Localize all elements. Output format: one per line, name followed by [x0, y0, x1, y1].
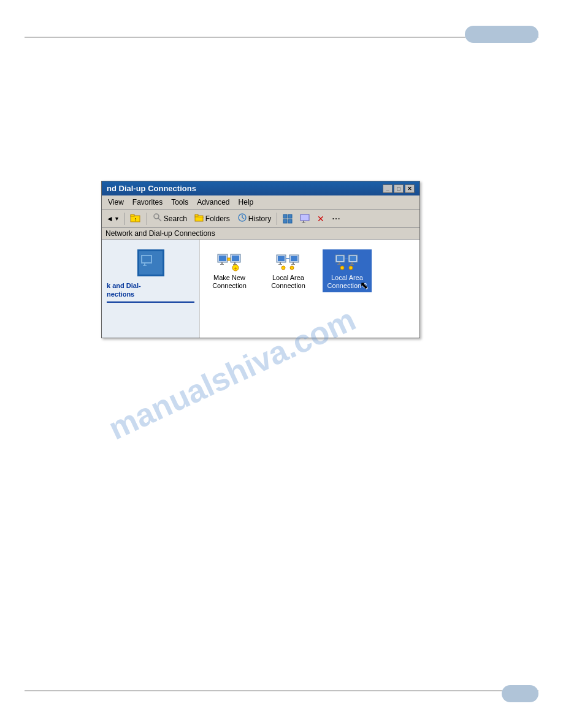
- left-panel-underline: [107, 301, 194, 303]
- back-button[interactable]: ◄ ▼: [104, 213, 121, 224]
- menu-help[interactable]: Help: [235, 197, 258, 208]
- search-icon: [153, 213, 163, 224]
- svg-rect-44: [337, 264, 341, 265]
- make-new-connection-icon: +: [217, 252, 242, 274]
- menu-bar: View Favorites Tools Advanced Help: [102, 195, 419, 210]
- make-new-connection-label: Make New Connection: [212, 274, 247, 290]
- left-panel-title-line1: k and Dial-: [107, 281, 194, 290]
- local-area-connection-2-item[interactable]: Local Area Connection 2 ⬉: [323, 249, 372, 292]
- network-icon-toolbar[interactable]: [297, 212, 313, 226]
- title-bar: nd Dial-up Connections _ □ ✕: [102, 181, 419, 195]
- delete-button[interactable]: ✕: [314, 212, 327, 226]
- svg-rect-20: [219, 256, 226, 261]
- svg-rect-46: [350, 256, 356, 261]
- svg-rect-16: [142, 256, 151, 263]
- svg-rect-37: [291, 264, 295, 265]
- history-button[interactable]: History: [234, 211, 274, 226]
- svg-point-39: [282, 266, 285, 270]
- svg-point-40: [290, 266, 294, 270]
- svg-point-50: [340, 266, 344, 270]
- svg-rect-14: [303, 221, 304, 222]
- svg-rect-47: [351, 262, 353, 264]
- address-label-text: Network and Dial-up Connections: [105, 229, 215, 238]
- folders-icon: [194, 213, 204, 224]
- top-horizontal-rule: [25, 37, 538, 37]
- svg-line-4: [158, 218, 161, 221]
- svg-rect-36: [293, 262, 294, 264]
- delete-icon: ✕: [317, 214, 324, 224]
- svg-rect-22: [220, 264, 224, 265]
- history-icon: [237, 213, 247, 224]
- svg-rect-42: [337, 256, 343, 261]
- icons-area: + Make New Connection: [200, 240, 419, 338]
- svg-rect-18: [143, 265, 147, 266]
- local-area-connection-2-icon: [335, 252, 359, 274]
- svg-rect-6: [195, 214, 198, 216]
- svg-rect-12: [288, 219, 292, 223]
- search-button[interactable]: Search: [150, 211, 190, 226]
- svg-text:↑: ↑: [134, 216, 137, 222]
- search-label: Search: [164, 214, 187, 223]
- svg-rect-35: [291, 256, 297, 261]
- history-label: History: [248, 214, 271, 223]
- bottom-page-badge: [502, 685, 538, 702]
- make-new-connection-item[interactable]: + Make New Connection: [205, 249, 254, 292]
- svg-point-51: [349, 266, 353, 270]
- svg-rect-9: [283, 214, 287, 218]
- bottom-horizontal-rule: [25, 691, 538, 691]
- separator-1: [124, 213, 124, 225]
- svg-rect-32: [280, 262, 281, 264]
- folders-label: Folders: [205, 214, 230, 223]
- svg-rect-26: [234, 262, 236, 264]
- separator-2: [147, 213, 147, 225]
- top-page-badge: [465, 26, 538, 43]
- close-button[interactable]: ✕: [405, 184, 415, 193]
- left-panel-title-line2: nections: [107, 290, 194, 298]
- svg-rect-13: [301, 214, 309, 221]
- folder-up-icon: ↑: [130, 213, 141, 224]
- content-area: k and Dial- nections: [102, 240, 419, 338]
- menu-tools[interactable]: Tools: [167, 197, 192, 208]
- window-title: nd Dial-up Connections: [107, 184, 196, 193]
- back-dropdown-icon: ▼: [114, 216, 120, 222]
- address-bar: Network and Dial-up Connections: [102, 228, 419, 240]
- mouse-cursor: ⬉: [360, 279, 368, 291]
- svg-rect-43: [339, 262, 340, 264]
- more-icon: ⋯: [332, 214, 340, 224]
- left-panel: k and Dial- nections: [102, 240, 200, 338]
- svg-rect-25: [232, 256, 239, 261]
- svg-rect-15: [302, 222, 305, 223]
- folder-up-button[interactable]: ↑: [127, 211, 144, 226]
- svg-point-3: [154, 214, 159, 219]
- svg-rect-31: [278, 256, 285, 261]
- svg-text:+: +: [234, 266, 237, 271]
- panel-network-icon: [137, 249, 164, 276]
- menu-view[interactable]: View: [104, 197, 128, 208]
- left-panel-title: k and Dial- nections: [107, 281, 194, 299]
- local-area-connection-1-item[interactable]: Local Area Connection: [264, 249, 313, 292]
- maximize-button[interactable]: □: [394, 184, 404, 193]
- svg-rect-10: [288, 214, 292, 218]
- back-icon: ◄: [106, 214, 113, 223]
- title-bar-controls: _ □ ✕: [383, 184, 415, 193]
- minimize-button[interactable]: _: [383, 184, 393, 193]
- local-area-connection-1-icon: [276, 252, 301, 274]
- folders-button[interactable]: Folders: [191, 211, 233, 226]
- svg-rect-21: [221, 262, 223, 264]
- separator-3: [277, 213, 277, 225]
- svg-rect-33: [278, 264, 282, 265]
- svg-rect-11: [283, 219, 287, 223]
- view-button[interactable]: [280, 212, 296, 226]
- svg-rect-48: [350, 264, 354, 265]
- explorer-window: nd Dial-up Connections _ □ ✕ View Favori…: [101, 181, 420, 338]
- menu-favorites[interactable]: Favorites: [129, 197, 166, 208]
- svg-rect-17: [144, 263, 145, 265]
- more-button[interactable]: ⋯: [329, 212, 343, 226]
- menu-advanced[interactable]: Advanced: [193, 197, 233, 208]
- toolbar: ◄ ▼ ↑ Search: [102, 210, 419, 228]
- local-area-connection-1-label: Local Area Connection: [271, 274, 305, 290]
